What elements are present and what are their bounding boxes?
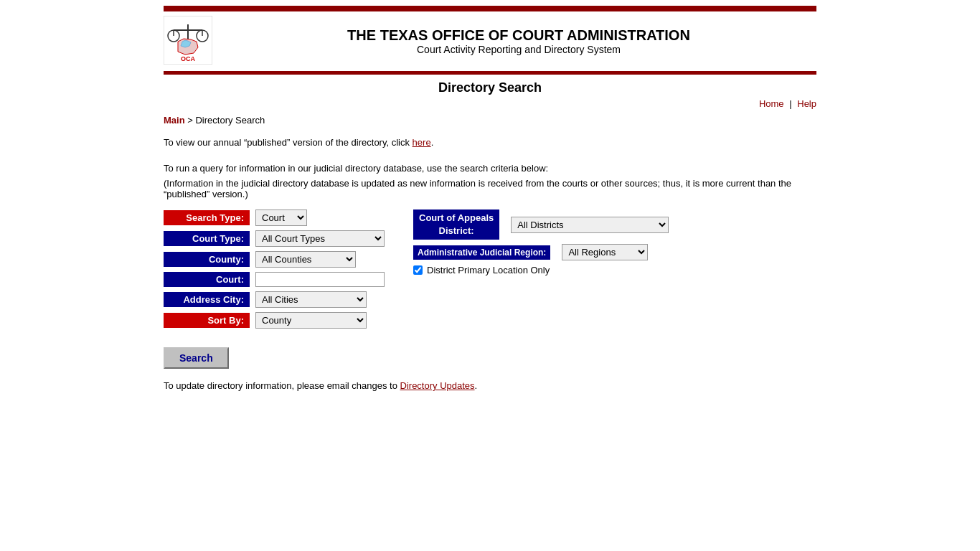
page-title: Directory Search: [164, 80, 816, 95]
ajr-row: Administrative Judicial Region: All Regi…: [413, 244, 669, 260]
court-type-select[interactable]: All Court Types: [255, 230, 385, 247]
court-row: Court:: [164, 272, 385, 287]
search-form: Search Type: Court Person Court Type: Al…: [164, 209, 816, 391]
intro-line1: To view our annual “published” version o…: [164, 137, 816, 148]
district-primary-checkbox[interactable]: [413, 265, 423, 275]
intro-line2: To run a query for information in our ju…: [164, 163, 816, 174]
address-city-select[interactable]: All Cities: [255, 291, 367, 308]
logo: OCA: [164, 16, 221, 67]
sort-by-label: Sort By:: [164, 313, 250, 328]
site-title-line2: Court Activity Reporting and Directory S…: [221, 44, 816, 55]
search-type-label: Search Type:: [164, 210, 250, 225]
county-label: County:: [164, 252, 250, 267]
directory-updates-link[interactable]: Directory Updates: [400, 380, 475, 391]
content: To view our annual “published” version o…: [164, 131, 816, 397]
court-appeals-row: Court of AppealsDistrict: All Districts: [413, 209, 669, 240]
help-link[interactable]: Help: [797, 98, 816, 109]
sort-by-select[interactable]: County Court Name City: [255, 312, 367, 329]
svg-text:OCA: OCA: [181, 55, 196, 62]
nav-links: Home | Help: [164, 98, 816, 109]
court-type-row: Court Type: All Court Types: [164, 230, 385, 247]
site-title-line1: THE TEXAS OFFICE OF COURT ADMINISTRATION: [221, 27, 816, 44]
district-primary-label: District Primary Location Only: [427, 265, 550, 276]
search-type-select[interactable]: Court Person: [255, 209, 307, 226]
address-city-row: Address City: All Cities: [164, 291, 385, 308]
county-row: County: All Counties: [164, 251, 385, 268]
right-col: Court of AppealsDistrict: All Districts …: [413, 209, 669, 276]
breadcrumb: Main > Directory Search: [164, 115, 816, 126]
home-link[interactable]: Home: [759, 98, 784, 109]
intro-line3: (Information in the judicial directory d…: [164, 178, 816, 199]
breadcrumb-current: Directory Search: [195, 115, 265, 126]
regions-select[interactable]: All Regions: [562, 244, 648, 260]
oca-logo-image: OCA: [164, 16, 212, 65]
district-primary-row: District Primary Location Only: [413, 265, 669, 276]
breadcrumb-main-link[interactable]: Main: [164, 115, 185, 126]
ajr-label: Administrative Judicial Region:: [413, 245, 550, 260]
search-button[interactable]: Search: [164, 347, 229, 369]
top-bar: [164, 6, 816, 11]
address-city-label: Address City:: [164, 292, 250, 307]
logo-text: THE TEXAS OFFICE OF COURT ADMINISTRATION…: [221, 27, 816, 55]
here-link[interactable]: here: [413, 137, 431, 148]
court-type-label: Court Type:: [164, 231, 250, 246]
breadcrumb-separator: >: [187, 115, 195, 126]
court-label: Court:: [164, 272, 250, 287]
search-type-row: Search Type: Court Person: [164, 209, 385, 226]
county-select[interactable]: All Counties: [255, 251, 356, 268]
court-input[interactable]: [255, 272, 385, 287]
bottom-bar: [164, 71, 816, 75]
sort-by-row: Sort By: County Court Name City: [164, 312, 385, 329]
search-button-row: Search: [164, 333, 816, 369]
form-columns: Search Type: Court Person Court Type: Al…: [164, 209, 816, 333]
left-col: Search Type: Court Person Court Type: Al…: [164, 209, 385, 333]
court-appeals-label: Court of AppealsDistrict:: [413, 209, 499, 240]
header: OCA THE TEXAS OFFICE OF COURT ADMINISTRA…: [164, 11, 816, 71]
districts-select[interactable]: All Districts: [511, 217, 669, 233]
footer-text: To update directory information, please …: [164, 380, 816, 391]
